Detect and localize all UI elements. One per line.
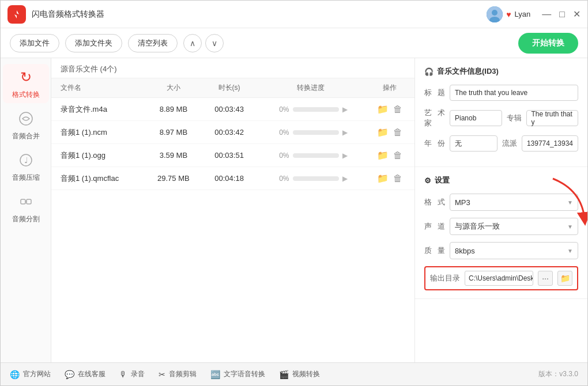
file-count-label: 源音乐文件 (4个) xyxy=(61,65,117,73)
tts-link[interactable]: 🔤 文字语音转换 xyxy=(210,369,265,379)
cell-actions: 📁 🗑 xyxy=(365,144,414,167)
artist-album-row: 艺术家 Pianob 专辑 The truth that y xyxy=(424,108,578,128)
album-field[interactable]: The truth that y xyxy=(526,110,579,126)
format-arrow-icon: ▼ xyxy=(567,199,573,206)
cell-duration: 00:04:18 xyxy=(202,167,257,190)
online-service-link[interactable]: 💬 在线客服 xyxy=(65,369,105,379)
official-site-label: 官方网站 xyxy=(23,369,51,379)
artist-field[interactable]: Pianob xyxy=(450,110,502,126)
sidebar-item-split[interactable]: 音频分割 xyxy=(3,188,49,228)
col-size: 大小 xyxy=(145,78,202,98)
open-folder-icon[interactable]: 📁 xyxy=(377,173,389,184)
settings-section: ⚙ 设置 格 式 MP3 ▼ 声 道 与源音乐一致 ▼ xyxy=(415,167,587,299)
split-icon xyxy=(17,192,35,211)
online-service-label: 在线客服 xyxy=(78,369,105,379)
official-site-icon: 🌐 xyxy=(10,370,20,379)
file-table: 文件名 大小 时长(s) 转换进度 操作 录音文件.m4a 8.89 MB 00… xyxy=(51,78,414,190)
compress-icon: ♩ xyxy=(17,151,35,169)
cell-size: 29.75 MB xyxy=(145,167,202,190)
add-folder-button[interactable]: 添加文件夹 xyxy=(65,34,122,52)
start-convert-button[interactable]: 开始转换 xyxy=(518,33,578,54)
content-area: 源音乐文件 (4个) 文件名 大小 时长(s) 转换进度 操作 录 xyxy=(51,58,414,362)
window-controls[interactable]: — □ ✕ xyxy=(542,10,581,19)
close-button[interactable]: ✕ xyxy=(573,10,581,19)
settings-title: ⚙ 设置 xyxy=(424,175,578,186)
format-row: 格 式 MP3 ▼ xyxy=(424,194,578,211)
open-folder-icon[interactable]: 📁 xyxy=(377,104,389,115)
title-field[interactable]: The truth that you leave xyxy=(450,85,578,101)
move-down-button[interactable]: ∨ xyxy=(205,34,224,52)
record-link[interactable]: 🎙 录音 xyxy=(119,369,145,379)
move-up-button[interactable]: ∧ xyxy=(183,34,202,52)
cell-actions: 📁 🗑 xyxy=(365,98,414,121)
format-icon: ↻ xyxy=(17,68,35,86)
version-label: 版本：v3.3.0 xyxy=(538,369,578,379)
user-name: Lyan xyxy=(515,10,531,18)
cell-progress: 0% ▶ xyxy=(256,98,365,121)
delete-icon[interactable]: 🗑 xyxy=(393,127,402,138)
table-row: 音频1 (1).ogg 3.59 MB 00:03:51 0% ▶ 📁 🗑 xyxy=(51,144,414,167)
cell-actions: 📁 🗑 xyxy=(365,167,414,190)
sidebar-label-merge: 音频合并 xyxy=(12,131,40,141)
sidebar-label-compress: 音频压缩 xyxy=(12,173,40,183)
year-field[interactable]: 无 xyxy=(450,135,497,152)
cell-duration: 00:03:51 xyxy=(202,144,257,167)
cell-filename: 音频1 (1).ogg xyxy=(51,144,145,167)
main-area: ↻ 格式转换 音频合并 ♩ xyxy=(1,58,587,362)
sidebar-item-merge[interactable]: 音频合并 xyxy=(3,105,49,145)
cell-size: 8.89 MB xyxy=(145,98,202,121)
user-info: ♥ Lyan xyxy=(487,6,530,22)
cell-filename: 录音文件.m4a xyxy=(51,98,145,121)
format-select[interactable]: MP3 ▼ xyxy=(450,194,578,211)
sidebar-item-compress[interactable]: ♩ 音频压缩 xyxy=(3,147,49,186)
file-table-container: 文件名 大小 时长(s) 转换进度 操作 录音文件.m4a 8.89 MB 00… xyxy=(51,78,414,362)
col-duration: 时长(s) xyxy=(202,78,257,98)
avatar xyxy=(487,6,503,22)
add-file-button[interactable]: 添加文件 xyxy=(10,34,59,52)
cell-filename: 音频1 (1).ncm xyxy=(51,121,145,144)
open-folder-icon[interactable]: 📁 xyxy=(377,150,389,161)
title-row: 标 题 The truth that you leave xyxy=(424,85,578,101)
sidebar-item-format[interactable]: ↻ 格式转换 xyxy=(3,64,49,103)
file-table-body: 录音文件.m4a 8.89 MB 00:03:43 0% ▶ 📁 🗑 音频1 (… xyxy=(51,98,414,190)
delete-icon[interactable]: 🗑 xyxy=(393,173,402,184)
maximize-button[interactable]: □ xyxy=(559,10,565,19)
progress-arrow-icon: ▶ xyxy=(342,128,348,137)
cell-progress: 0% ▶ xyxy=(256,167,365,190)
open-folder-icon[interactable]: 📁 xyxy=(377,127,389,138)
table-row: 录音文件.m4a 8.89 MB 00:03:43 0% ▶ 📁 🗑 xyxy=(51,98,414,121)
delete-icon[interactable]: 🗑 xyxy=(393,104,402,115)
genre-label: 流派 xyxy=(502,138,517,149)
svg-rect-6 xyxy=(21,199,25,204)
output-path-field[interactable]: C:\Users\admin\Desktc xyxy=(465,271,533,286)
id3-section: 🎧 音乐文件信息(ID3) 标 题 The truth that you lea… xyxy=(415,58,587,167)
delete-icon[interactable]: 🗑 xyxy=(393,150,402,161)
merge-icon xyxy=(17,109,35,128)
output-dots-button[interactable]: ··· xyxy=(538,271,553,286)
svg-text:♩: ♩ xyxy=(24,156,28,165)
svg-point-1 xyxy=(492,10,497,16)
genre-field[interactable]: 139774_13934 xyxy=(522,135,578,152)
tts-label: 文字语音转换 xyxy=(224,369,265,379)
cell-progress: 0% ▶ xyxy=(256,121,365,144)
format-label: 格 式 xyxy=(424,197,445,207)
video-convert-link[interactable]: 🎬 视频转换 xyxy=(279,369,320,379)
output-row: 输出目录 C:\Users\admin\Desktc ··· 📁 xyxy=(424,266,578,290)
channel-select[interactable]: 与源音乐一致 ▼ xyxy=(450,218,578,235)
cell-size: 8.97 MB xyxy=(145,121,202,144)
cell-progress: 0% ▶ xyxy=(256,144,365,167)
video-icon: 🎬 xyxy=(279,370,289,379)
audio-edit-link[interactable]: ✂ 音频剪辑 xyxy=(159,369,197,379)
official-site-link[interactable]: 🌐 官方网站 xyxy=(10,369,51,379)
output-label: 输出目录 xyxy=(430,273,460,283)
col-action: 操作 xyxy=(365,78,414,98)
quality-select[interactable]: 8kbps ▼ xyxy=(450,242,578,259)
sidebar-label-format: 格式转换 xyxy=(12,90,40,100)
clear-list-button[interactable]: 清空列表 xyxy=(128,34,178,52)
col-filename: 文件名 xyxy=(51,78,145,98)
gear-icon: ⚙ xyxy=(424,176,431,185)
minimize-button[interactable]: — xyxy=(542,10,551,19)
vip-icon: ♥ xyxy=(506,10,511,19)
table-row: 音频1 (1).ncm 8.97 MB 00:03:42 0% ▶ 📁 🗑 xyxy=(51,121,414,144)
output-folder-button[interactable]: 📁 xyxy=(557,271,572,286)
